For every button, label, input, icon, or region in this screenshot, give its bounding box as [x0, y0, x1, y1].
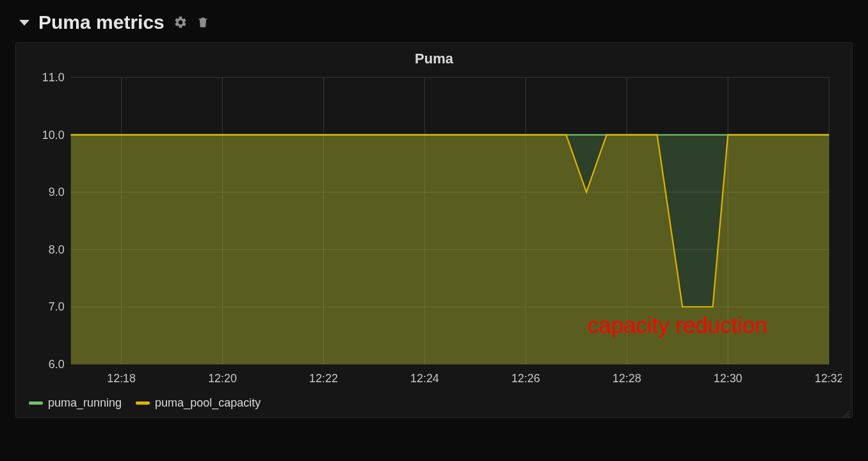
chart-title: Puma: [26, 51, 842, 67]
gear-icon[interactable]: [173, 15, 188, 29]
panel-header: Puma metrics: [0, 0, 868, 42]
svg-text:12:32: 12:32: [815, 372, 842, 385]
svg-text:10.0: 10.0: [42, 129, 65, 142]
legend-swatch: [136, 401, 150, 405]
svg-text:7.0: 7.0: [49, 300, 65, 313]
svg-text:capacity reduction: capacity reduction: [588, 312, 768, 337]
chart-svg[interactable]: 6.07.08.09.010.011.012:1812:2012:2212:24…: [26, 71, 842, 390]
panel-title: Puma metrics: [38, 12, 165, 33]
svg-text:12:24: 12:24: [410, 372, 439, 385]
svg-text:8.0: 8.0: [49, 243, 65, 256]
legend-item-puma-pool-capacity[interactable]: puma_pool_capacity: [136, 396, 261, 410]
legend-swatch: [29, 401, 43, 405]
legend-label: puma_running: [48, 396, 122, 410]
svg-text:12:28: 12:28: [613, 372, 641, 385]
chevron-down-icon[interactable]: [19, 20, 29, 26]
svg-text:12:30: 12:30: [714, 372, 743, 385]
resize-handle-icon[interactable]: [843, 408, 849, 415]
svg-text:12:18: 12:18: [107, 372, 136, 385]
svg-text:12:22: 12:22: [309, 372, 338, 385]
svg-text:9.0: 9.0: [49, 186, 65, 198]
chart-area[interactable]: 6.07.08.09.010.011.012:1812:2012:2212:24…: [26, 71, 842, 390]
legend: puma_running puma_pool_capacity: [26, 390, 842, 412]
svg-text:6.0: 6.0: [49, 358, 65, 371]
legend-item-puma-running[interactable]: puma_running: [29, 396, 122, 410]
svg-text:12:26: 12:26: [511, 372, 540, 385]
svg-text:11.0: 11.0: [42, 71, 65, 84]
svg-text:12:20: 12:20: [208, 372, 237, 385]
legend-label: puma_pool_capacity: [155, 396, 261, 410]
chart-panel: Puma 6.07.08.09.010.011.012:1812:2012:22…: [15, 42, 853, 418]
trash-icon[interactable]: [197, 15, 209, 29]
